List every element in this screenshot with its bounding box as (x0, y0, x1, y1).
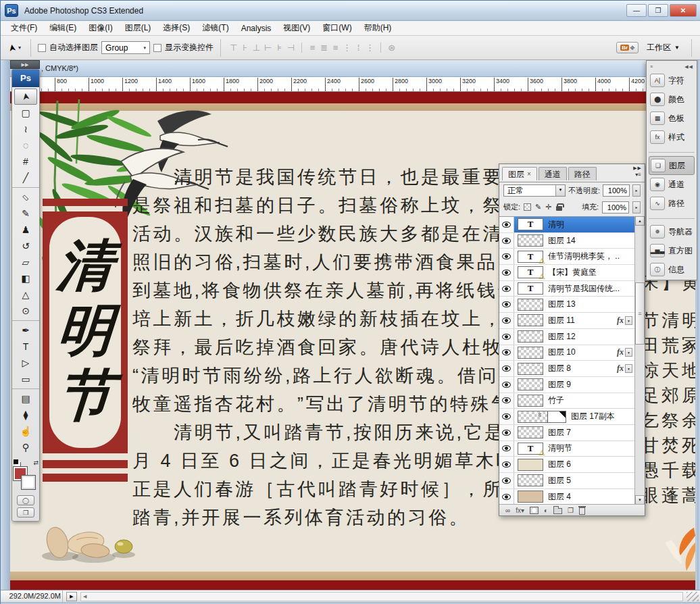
distribute-right-edges-button[interactable]: ⋮ (364, 43, 376, 53)
brush-tool[interactable]: ✎ (14, 205, 37, 222)
visibility-toggle[interactable] (499, 281, 514, 297)
menu-item[interactable]: 视图(V) (277, 21, 316, 35)
visibility-toggle[interactable] (499, 313, 514, 328)
dock-button-navigator[interactable]: ✵ 导航器 (649, 222, 695, 241)
dock-button-styles[interactable]: fx 样式 (649, 128, 695, 147)
layer-thumbnail[interactable]: ⚠ (518, 363, 543, 375)
status-options-button[interactable]: ▶ (66, 592, 77, 601)
auto-align-layers-button[interactable]: ⊛ (386, 43, 397, 53)
layer-effects-badge[interactable]: fx▼ (617, 316, 632, 326)
rectangle-tool[interactable]: ▭ (14, 371, 37, 387)
scroll-left-icon[interactable]: ◀ (83, 594, 86, 599)
visibility-toggle[interactable] (499, 233, 514, 249)
align-right-edges-button[interactable]: ⊣ (285, 43, 297, 53)
align-vertical-centers-button[interactable]: ⊦ (239, 43, 251, 53)
layer-thumbnail[interactable]: ⚠ (518, 266, 543, 278)
chevron-down-icon[interactable]: ▼ (625, 316, 632, 325)
layer-thumbnail[interactable]: ⚠ (518, 299, 543, 311)
minimize-button[interactable]: — (626, 4, 647, 17)
layer-name[interactable]: 图层 4 (548, 491, 571, 503)
panel-menu-icon[interactable]: ▾≡ (635, 172, 641, 178)
menu-item[interactable]: 文件(F) (5, 21, 43, 35)
visibility-toggle[interactable] (499, 361, 514, 376)
layer-row[interactable]: ⚠ 图层 14 fx▼ (499, 233, 645, 249)
layers-scrollbar[interactable]: ▲ ≡ ▼ (634, 216, 645, 505)
scrollbar-thumb[interactable]: ≡ (635, 282, 645, 345)
auto-select-type-dropdown[interactable]: Group ▾ (101, 41, 150, 54)
fill-value[interactable]: 100% (602, 201, 629, 213)
distribute-vertical-centers-button[interactable]: ≣ (318, 43, 330, 53)
new-adjustment-layer-button[interactable]: ◐ (544, 507, 548, 514)
chevron-down-icon[interactable]: ▼ (625, 364, 632, 373)
layer-name[interactable]: 图层 8 (548, 363, 571, 374)
dock-button-color[interactable]: ⬤ 颜色 (649, 90, 695, 109)
history-brush-tool[interactable]: ↺ (14, 238, 37, 254)
layer-name[interactable]: 图层 6 (548, 459, 571, 470)
pen-tool[interactable]: ✒ (14, 322, 37, 338)
menu-item[interactable]: 编辑(E) (43, 21, 82, 35)
visibility-toggle[interactable] (499, 249, 514, 264)
close-button[interactable]: ✕ (670, 4, 697, 17)
layer-thumbnail[interactable]: ⚠ (518, 347, 543, 359)
visibility-toggle[interactable] (499, 217, 514, 232)
layer-name[interactable]: 图层 17副本 (571, 411, 615, 422)
layer-style-button[interactable]: fx▾ (516, 507, 524, 514)
layer-name[interactable]: 图层 5 (548, 475, 571, 486)
menu-item[interactable]: 选择(S) (157, 21, 196, 35)
rectangular-marquee-tool[interactable]: ▢ (14, 105, 37, 121)
screen-mode-button[interactable]: ❒ (17, 507, 34, 518)
blend-mode-dropdown[interactable]: 正常 ▼ (503, 184, 566, 197)
distribute-top-edges-button[interactable]: ≡ (307, 43, 318, 53)
delete-layer-button[interactable] (579, 506, 585, 515)
align-bottom-edges-button[interactable]: ⊥ (251, 43, 262, 53)
dock-button-paths[interactable]: ∿ 路径 (649, 194, 695, 213)
layer-name[interactable]: 清明节是我国传统... (548, 283, 620, 295)
visibility-toggle[interactable] (499, 377, 514, 393)
layer-thumbnail[interactable]: ⚠ (518, 474, 543, 486)
layer-row[interactable]: ⚠ 图层 7 fx▼ (499, 425, 645, 441)
layer-row[interactable]: ⚠ 图层 8 fx▼ (499, 361, 645, 377)
layer-row[interactable]: ⚠ 图层 5 fx▼ (499, 473, 645, 489)
scroll-up-icon[interactable]: ▲ (635, 216, 645, 226)
layer-row[interactable]: ⚠ 图层 12 fx▼ (499, 329, 645, 345)
layer-thumbnail[interactable]: ⚠ (518, 330, 543, 343)
panel-tab[interactable]: 通道 (539, 167, 567, 180)
dock-button-layers[interactable]: ❏ 图层 (649, 156, 695, 175)
visibility-toggle[interactable] (499, 409, 514, 424)
visibility-toggle[interactable] (499, 393, 514, 409)
layer-name[interactable]: 图层 9 (548, 379, 571, 391)
dock-button-info[interactable]: ⓘ 信息 (649, 260, 695, 279)
expand-dock-icon[interactable]: ◀◀ (684, 64, 693, 70)
align-horizontal-centers-button[interactable]: ⊧ (274, 43, 285, 53)
layer-row[interactable]: ⚠ 图层 13 fx▼ (499, 297, 645, 313)
visibility-toggle[interactable] (499, 441, 514, 457)
visibility-toggle[interactable] (499, 489, 514, 505)
panel-tab[interactable]: 路径 (568, 167, 597, 180)
layer-name[interactable]: 清明 (548, 219, 564, 230)
layer-row[interactable]: ⚠ 图层 10 fx▼ (499, 345, 645, 361)
workspace-button[interactable]: 工作区 ▼ (642, 41, 684, 55)
maximize-button[interactable]: ❐ (648, 4, 668, 17)
lock-image-pixels-icon[interactable]: ✎ (535, 203, 541, 211)
visibility-toggle[interactable] (499, 265, 514, 280)
panel-collapse-icon[interactable]: ▶▶ (633, 166, 642, 171)
layer-name[interactable]: 图层 10 (548, 347, 576, 358)
lock-transparent-pixels-icon[interactable] (524, 203, 531, 211)
tool-preset-picker[interactable]: ➤ ▾ (6, 42, 24, 54)
layer-thumbnail[interactable]: ⚠ (518, 282, 543, 295)
layer-name[interactable]: 图层 11 (548, 315, 575, 326)
fill-spinner[interactable]: ▸ (632, 201, 641, 213)
dock-button-character[interactable]: A| 字符 (649, 71, 695, 90)
lock-position-icon[interactable]: ✛ (545, 203, 551, 211)
new-group-button[interactable] (553, 507, 562, 514)
dock-button-histogram[interactable]: ▂▅▃ 直方图 (649, 241, 695, 260)
layer-row[interactable]: ⚠ 佳节清明桃李笑， ... fx▼ (499, 249, 645, 265)
horizontal-type-tool[interactable]: T (14, 338, 37, 355)
resize-grip[interactable] (686, 592, 699, 601)
default-colors-icon[interactable] (14, 459, 18, 464)
blur-tool[interactable]: △ (14, 286, 37, 303)
distribute-horizontal-centers-button[interactable]: ⁞ (353, 43, 364, 53)
visibility-toggle[interactable] (499, 345, 514, 361)
layer-name[interactable]: 图层 12 (548, 331, 576, 343)
clone-stamp-tool[interactable]: ♟ (14, 222, 37, 238)
